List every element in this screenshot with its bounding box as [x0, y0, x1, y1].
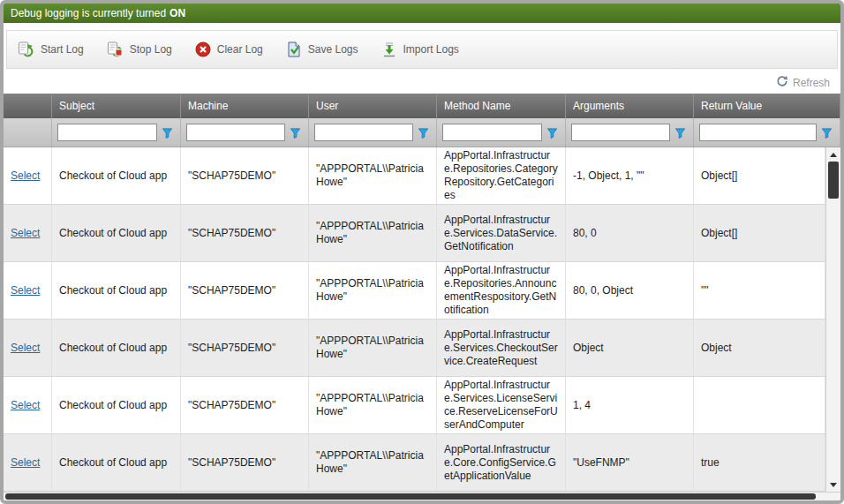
- user-cell: "APPPORTAL\\PatriciaHowe": [309, 377, 437, 433]
- column-header-return-value[interactable]: Return Value: [694, 94, 840, 118]
- select-cell: Select: [4, 377, 52, 433]
- scroll-up-button[interactable]: [826, 147, 840, 162]
- start-log-label: Start Log: [41, 43, 84, 56]
- filter-input-machine[interactable]: [186, 124, 285, 141]
- clear-log-label: Clear Log: [217, 43, 263, 56]
- filter-funnel-icon[interactable]: [819, 125, 834, 140]
- scroll-down-button[interactable]: [826, 478, 840, 492]
- debug-log-window: Debug logging is currently turnedON Star…: [0, 0, 844, 504]
- save-logs-label: Save Logs: [308, 43, 358, 56]
- table-row: Select Checkout of Cloud app "SCHAP75DEM…: [4, 147, 825, 205]
- select-link[interactable]: Select: [11, 399, 40, 412]
- machine-cell: "SCHAP75DEMO": [181, 262, 309, 319]
- machine-cell: "SCHAP75DEMO": [181, 320, 309, 376]
- method-name-cell: AppPortal.Infrastructure.Repositories.Ca…: [437, 147, 566, 204]
- select-link[interactable]: Select: [11, 456, 40, 470]
- machine-cell: "SCHAP75DEMO": [181, 377, 309, 433]
- filter-funnel-icon[interactable]: [416, 125, 431, 140]
- subject-cell: Checkout of Cloud app: [52, 147, 181, 204]
- stop-log-icon: [107, 41, 124, 58]
- grid-body: Select Checkout of Cloud app "SCHAP75DEM…: [4, 147, 840, 492]
- import-logs-button[interactable]: Import Logs: [381, 41, 459, 57]
- import-logs-icon: [381, 41, 397, 57]
- return-value-cell: Object[]: [694, 205, 825, 261]
- table-row: Select Checkout of Cloud app "SCHAP75DEM…: [4, 205, 825, 262]
- table-row: Select Checkout of Cloud app "SCHAP75DEM…: [4, 320, 825, 377]
- return-value-cell: Object[]: [694, 147, 825, 204]
- subject-cell: Checkout of Cloud app: [52, 205, 181, 261]
- refresh-button[interactable]: Refresh: [776, 75, 830, 91]
- column-header-method-name[interactable]: Method Name: [437, 94, 566, 118]
- method-name-cell: AppPortal.Infrastructure.Services.Licens…: [437, 377, 566, 433]
- return-value-cell: "": [694, 262, 825, 319]
- column-header-user[interactable]: User: [309, 94, 437, 118]
- subject-cell: Checkout of Cloud app: [52, 320, 181, 376]
- debug-banner: Debug logging is currently turnedON: [4, 4, 840, 23]
- select-link[interactable]: Select: [11, 169, 40, 183]
- filter-cell-return-value: [694, 118, 840, 147]
- filter-funnel-icon[interactable]: [545, 125, 560, 140]
- filter-funnel-icon[interactable]: [160, 125, 175, 140]
- up-arrow-icon: [830, 153, 837, 157]
- arguments-cell: -1, Object, 1, "": [566, 147, 694, 204]
- select-cell: Select: [4, 147, 52, 204]
- banner-text: Debug logging is currently turned: [11, 7, 166, 19]
- subject-cell: Checkout of Cloud app: [52, 377, 181, 433]
- method-name-cell: AppPortal.Infrastructure.Repositories.An…: [437, 262, 566, 319]
- column-header-machine[interactable]: Machine: [181, 94, 309, 118]
- table-row: Select Checkout of Cloud app "SCHAP75DEM…: [4, 434, 825, 492]
- refresh-icon: [776, 75, 788, 91]
- filter-input-return-value[interactable]: [699, 124, 817, 141]
- clear-log-button[interactable]: Clear Log: [195, 41, 263, 57]
- filter-input-subject[interactable]: [57, 124, 157, 141]
- select-cell: Select: [4, 205, 52, 261]
- column-header-select: [4, 94, 52, 118]
- down-arrow-icon: [830, 483, 837, 487]
- column-header-subject[interactable]: Subject: [52, 94, 181, 118]
- save-logs-button[interactable]: Save Logs: [286, 41, 358, 57]
- user-cell: "APPPORTAL\\PatriciaHowe": [309, 262, 437, 319]
- start-log-button[interactable]: Start Log: [18, 41, 84, 58]
- filter-funnel-icon[interactable]: [673, 125, 688, 140]
- table-row: Select Checkout of Cloud app "SCHAP75DEM…: [4, 377, 825, 434]
- filter-funnel-icon[interactable]: [288, 125, 303, 140]
- filter-cell-arguments: [566, 118, 694, 147]
- arguments-cell: 1, 4: [566, 377, 694, 433]
- subject-cell: Checkout of Cloud app: [52, 434, 181, 491]
- select-link[interactable]: Select: [11, 284, 40, 297]
- column-header-arguments[interactable]: Arguments: [566, 94, 694, 118]
- method-name-cell: AppPortal.Infrastructure.Core.ConfigServ…: [437, 434, 566, 491]
- save-logs-icon: [286, 41, 302, 57]
- banner-state: ON: [170, 7, 185, 19]
- vertical-scroll-thumb[interactable]: [828, 162, 839, 199]
- select-link[interactable]: Select: [11, 227, 40, 240]
- user-cell: "APPPORTAL\\PatriciaHowe": [309, 434, 437, 491]
- machine-cell: "SCHAP75DEMO": [181, 205, 309, 261]
- filter-cell-method-name: [437, 118, 566, 147]
- debug-log-grid: SubjectMachineUserMethod NameArgumentsRe…: [4, 94, 840, 500]
- horizontal-scrollbar[interactable]: [4, 492, 840, 500]
- clear-log-icon: [195, 41, 211, 57]
- vertical-scrollbar[interactable]: [825, 147, 840, 492]
- stop-log-button[interactable]: Stop Log: [107, 41, 172, 58]
- select-cell: Select: [4, 434, 52, 491]
- refresh-label: Refresh: [793, 77, 830, 89]
- start-log-icon: [18, 41, 34, 58]
- grid-header-row: SubjectMachineUserMethod NameArgumentsRe…: [4, 94, 840, 118]
- arguments-cell: 80, 0, Object: [566, 262, 694, 319]
- vertical-scroll-track[interactable]: [826, 162, 840, 478]
- return-value-cell: true: [694, 434, 825, 491]
- arguments-cell: Object: [566, 320, 694, 376]
- select-link[interactable]: Select: [11, 342, 40, 355]
- filter-cell-select: [4, 118, 52, 147]
- filter-input-user[interactable]: [314, 124, 413, 141]
- filter-input-method-name[interactable]: [442, 124, 542, 141]
- subject-cell: Checkout of Cloud app: [52, 262, 181, 319]
- grid-filter-row: [4, 118, 840, 147]
- machine-cell: "SCHAP75DEMO": [181, 434, 309, 491]
- horizontal-scroll-thumb[interactable]: [5, 493, 816, 500]
- filter-input-arguments[interactable]: [571, 124, 670, 141]
- user-cell: "APPPORTAL\\PatriciaHowe": [309, 320, 437, 376]
- arguments-cell: 80, 0: [566, 205, 694, 261]
- filter-cell-user: [309, 118, 437, 147]
